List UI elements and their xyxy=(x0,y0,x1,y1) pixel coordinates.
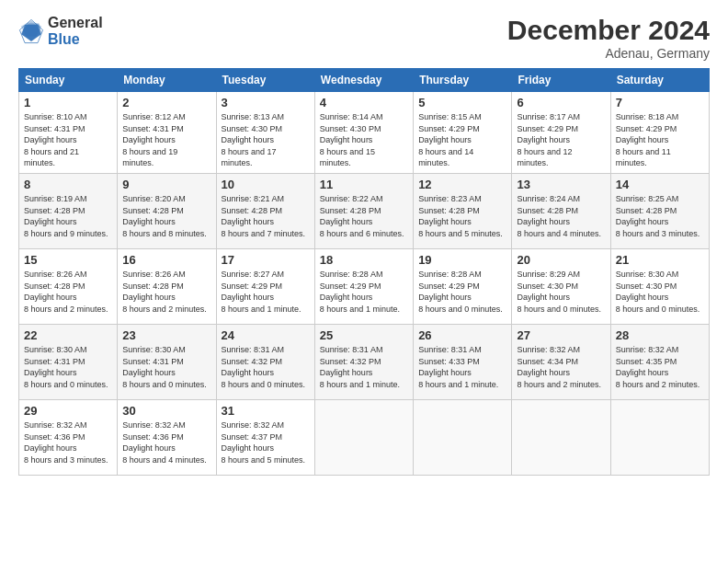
day-info: Sunrise: 8:32 AM Sunset: 4:36 PM Dayligh… xyxy=(24,419,112,465)
calendar-cell: 8 Sunrise: 8:19 AM Sunset: 4:28 PM Dayli… xyxy=(19,173,118,248)
day-info: Sunrise: 8:28 AM Sunset: 4:29 PM Dayligh… xyxy=(418,269,506,315)
calendar-cell: 15 Sunrise: 8:26 AM Sunset: 4:28 PM Dayl… xyxy=(19,248,118,324)
day-number: 27 xyxy=(517,328,605,342)
day-number: 14 xyxy=(616,178,704,191)
day-info: Sunrise: 8:10 AM Sunset: 4:31 PM Dayligh… xyxy=(24,111,112,169)
day-number: 11 xyxy=(320,178,408,191)
day-number: 26 xyxy=(418,328,506,342)
calendar-cell: 14 Sunrise: 8:25 AM Sunset: 4:28 PM Dayl… xyxy=(610,173,709,248)
day-number: 16 xyxy=(122,253,210,267)
day-info: Sunrise: 8:31 AM Sunset: 4:32 PM Dayligh… xyxy=(320,344,408,390)
week-row-2: 8 Sunrise: 8:19 AM Sunset: 4:28 PM Dayli… xyxy=(19,173,710,248)
day-info: Sunrise: 8:19 AM Sunset: 4:28 PM Dayligh… xyxy=(24,193,112,239)
col-saturday: Saturday xyxy=(610,69,709,92)
calendar-cell xyxy=(512,399,610,475)
day-number: 22 xyxy=(24,328,112,342)
month-title: December 2024 xyxy=(507,15,710,46)
calendar-cell: 19 Sunrise: 8:28 AM Sunset: 4:29 PM Dayl… xyxy=(414,248,512,324)
day-info: Sunrise: 8:12 AM Sunset: 4:31 PM Dayligh… xyxy=(122,111,210,169)
day-info: Sunrise: 8:29 AM Sunset: 4:30 PM Dayligh… xyxy=(517,269,605,315)
day-info: Sunrise: 8:28 AM Sunset: 4:29 PM Dayligh… xyxy=(320,269,408,315)
day-info: Sunrise: 8:32 AM Sunset: 4:37 PM Dayligh… xyxy=(222,419,310,465)
day-number: 13 xyxy=(517,178,605,191)
calendar-cell: 6 Sunrise: 8:17 AM Sunset: 4:29 PM Dayli… xyxy=(512,92,610,174)
calendar-cell: 16 Sunrise: 8:26 AM Sunset: 4:28 PM Dayl… xyxy=(118,248,216,324)
day-number: 2 xyxy=(122,96,210,109)
day-info: Sunrise: 8:30 AM Sunset: 4:31 PM Dayligh… xyxy=(24,344,112,390)
logo-general-text: General xyxy=(48,15,103,31)
page: General Blue December 2024 Adenau, Germa… xyxy=(0,0,728,563)
day-number: 28 xyxy=(616,328,704,342)
day-number: 17 xyxy=(222,253,310,267)
calendar-table: Sunday Monday Tuesday Wednesday Thursday… xyxy=(18,68,710,476)
col-monday: Monday xyxy=(118,69,216,92)
calendar-cell xyxy=(610,399,709,475)
day-info: Sunrise: 8:31 AM Sunset: 4:33 PM Dayligh… xyxy=(418,344,506,390)
calendar-cell: 3 Sunrise: 8:13 AM Sunset: 4:30 PM Dayli… xyxy=(216,92,314,174)
header: General Blue December 2024 Adenau, Germa… xyxy=(18,15,710,61)
calendar-cell: 9 Sunrise: 8:20 AM Sunset: 4:28 PM Dayli… xyxy=(118,173,216,248)
logo-blue-text: Blue xyxy=(48,31,103,48)
calendar-header-row: Sunday Monday Tuesday Wednesday Thursday… xyxy=(19,69,710,92)
day-info: Sunrise: 8:14 AM Sunset: 4:30 PM Dayligh… xyxy=(320,111,408,169)
week-row-4: 22 Sunrise: 8:30 AM Sunset: 4:31 PM Dayl… xyxy=(19,324,710,399)
col-sunday: Sunday xyxy=(19,69,118,92)
week-row-1: 1 Sunrise: 8:10 AM Sunset: 4:31 PM Dayli… xyxy=(19,92,710,174)
calendar-cell: 27 Sunrise: 8:32 AM Sunset: 4:34 PM Dayl… xyxy=(512,324,610,399)
week-row-5: 29 Sunrise: 8:32 AM Sunset: 4:36 PM Dayl… xyxy=(19,399,710,475)
day-number: 23 xyxy=(122,328,210,342)
calendar-cell: 21 Sunrise: 8:30 AM Sunset: 4:30 PM Dayl… xyxy=(610,248,709,324)
calendar-cell: 22 Sunrise: 8:30 AM Sunset: 4:31 PM Dayl… xyxy=(19,324,118,399)
calendar-cell: 24 Sunrise: 8:31 AM Sunset: 4:32 PM Dayl… xyxy=(216,324,314,399)
day-number: 6 xyxy=(517,96,605,109)
calendar-cell: 4 Sunrise: 8:14 AM Sunset: 4:30 PM Dayli… xyxy=(314,92,413,174)
day-info: Sunrise: 8:15 AM Sunset: 4:29 PM Dayligh… xyxy=(418,111,506,169)
day-number: 8 xyxy=(24,178,112,191)
day-info: Sunrise: 8:32 AM Sunset: 4:36 PM Dayligh… xyxy=(122,419,210,465)
day-number: 5 xyxy=(418,96,506,109)
calendar-cell: 17 Sunrise: 8:27 AM Sunset: 4:29 PM Dayl… xyxy=(216,248,314,324)
calendar-cell: 1 Sunrise: 8:10 AM Sunset: 4:31 PM Dayli… xyxy=(19,92,118,174)
day-number: 1 xyxy=(24,96,112,109)
day-info: Sunrise: 8:22 AM Sunset: 4:28 PM Dayligh… xyxy=(320,193,408,239)
day-info: Sunrise: 8:30 AM Sunset: 4:30 PM Dayligh… xyxy=(616,269,704,315)
calendar-cell: 26 Sunrise: 8:31 AM Sunset: 4:33 PM Dayl… xyxy=(414,324,512,399)
logo-icon xyxy=(18,18,44,44)
calendar-cell: 7 Sunrise: 8:18 AM Sunset: 4:29 PM Dayli… xyxy=(610,92,709,174)
day-number: 20 xyxy=(517,253,605,267)
day-info: Sunrise: 8:18 AM Sunset: 4:29 PM Dayligh… xyxy=(616,111,704,169)
day-number: 19 xyxy=(418,253,506,267)
day-info: Sunrise: 8:25 AM Sunset: 4:28 PM Dayligh… xyxy=(616,193,704,239)
calendar-cell: 30 Sunrise: 8:32 AM Sunset: 4:36 PM Dayl… xyxy=(118,399,216,475)
day-number: 12 xyxy=(418,178,506,191)
calendar-cell: 20 Sunrise: 8:29 AM Sunset: 4:30 PM Dayl… xyxy=(512,248,610,324)
day-info: Sunrise: 8:31 AM Sunset: 4:32 PM Dayligh… xyxy=(222,344,310,390)
day-number: 24 xyxy=(222,328,310,342)
day-number: 7 xyxy=(616,96,704,109)
day-number: 10 xyxy=(222,178,310,191)
calendar-cell: 5 Sunrise: 8:15 AM Sunset: 4:29 PM Dayli… xyxy=(414,92,512,174)
calendar-cell: 13 Sunrise: 8:24 AM Sunset: 4:28 PM Dayl… xyxy=(512,173,610,248)
col-wednesday: Wednesday xyxy=(314,69,413,92)
calendar-cell: 12 Sunrise: 8:23 AM Sunset: 4:28 PM Dayl… xyxy=(414,173,512,248)
calendar-cell xyxy=(314,399,413,475)
day-number: 9 xyxy=(122,178,210,191)
day-info: Sunrise: 8:21 AM Sunset: 4:28 PM Dayligh… xyxy=(222,193,310,239)
day-number: 31 xyxy=(222,404,310,418)
calendar-cell: 25 Sunrise: 8:31 AM Sunset: 4:32 PM Dayl… xyxy=(314,324,413,399)
day-info: Sunrise: 8:32 AM Sunset: 4:35 PM Dayligh… xyxy=(616,344,704,390)
day-number: 30 xyxy=(122,404,210,418)
day-number: 29 xyxy=(24,404,112,418)
location-subtitle: Adenau, Germany xyxy=(507,46,710,61)
day-info: Sunrise: 8:17 AM Sunset: 4:29 PM Dayligh… xyxy=(517,111,605,169)
day-info: Sunrise: 8:30 AM Sunset: 4:31 PM Dayligh… xyxy=(122,344,210,390)
day-number: 18 xyxy=(320,253,408,267)
calendar-cell: 28 Sunrise: 8:32 AM Sunset: 4:35 PM Dayl… xyxy=(610,324,709,399)
col-thursday: Thursday xyxy=(414,69,512,92)
calendar-cell xyxy=(414,399,512,475)
day-info: Sunrise: 8:20 AM Sunset: 4:28 PM Dayligh… xyxy=(122,193,210,239)
logo-text: General Blue xyxy=(48,15,103,47)
week-row-3: 15 Sunrise: 8:26 AM Sunset: 4:28 PM Dayl… xyxy=(19,248,710,324)
calendar-cell: 11 Sunrise: 8:22 AM Sunset: 4:28 PM Dayl… xyxy=(314,173,413,248)
day-number: 3 xyxy=(222,96,310,109)
